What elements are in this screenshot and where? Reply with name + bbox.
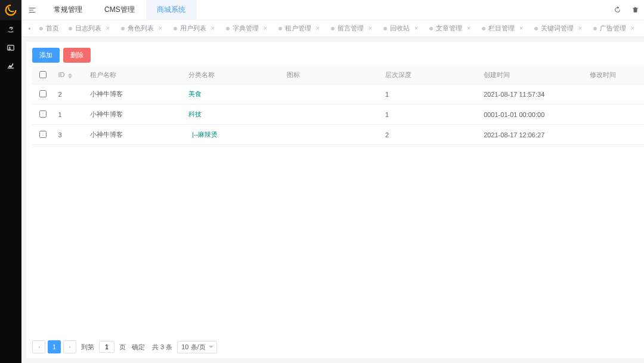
cell-icon	[282, 125, 380, 145]
close-icon[interactable]: ×	[465, 25, 472, 32]
next-page-button[interactable]	[63, 340, 76, 353]
goto-label: 到第	[81, 343, 94, 352]
row-checkbox[interactable]	[39, 131, 47, 138]
tab-dot-icon	[534, 27, 538, 30]
th-depth: 层次深度	[385, 71, 411, 78]
row-checkbox[interactable]	[39, 110, 47, 118]
tab-5[interactable]: 租户管理×	[274, 20, 326, 37]
tab-dot-icon	[226, 27, 230, 30]
toolbar: 添加 删除	[32, 48, 644, 63]
tab-6[interactable]: 留言管理×	[326, 20, 379, 37]
row-checkbox[interactable]	[39, 90, 47, 97]
category-link[interactable]: |--麻辣烫	[188, 131, 218, 138]
category-link[interactable]: 科技	[188, 110, 202, 118]
top-menu: 常规管理 CMS管理 商城系统	[43, 0, 197, 20]
cell-id: 2	[54, 84, 85, 104]
menu-toggle-icon[interactable]	[21, 6, 43, 14]
tab-1[interactable]: 日志列表×	[64, 20, 116, 37]
cell-created: 2021-08-17 11:57:34	[479, 84, 585, 104]
select-all-checkbox[interactable]	[39, 71, 47, 78]
cell-icon	[282, 84, 380, 104]
chart-icon[interactable]	[0, 57, 21, 74]
refresh-icon[interactable]	[609, 0, 627, 20]
table-row: 3小神牛博客 |--麻辣烫22021-08-17 12:06:27编辑删除	[32, 125, 644, 145]
cell-created: 0001-01-01 00:00:00	[479, 104, 585, 125]
cell-icon	[282, 104, 380, 125]
tab-10[interactable]: 关键词管理×	[530, 20, 589, 37]
tab-4[interactable]: 字典管理×	[221, 20, 274, 37]
amazon-icon[interactable]	[0, 21, 21, 38]
close-icon[interactable]: ×	[577, 25, 584, 32]
tab-scroll-left[interactable]	[24, 20, 35, 37]
tab-label: 回收站	[390, 24, 410, 33]
tab-dot-icon	[278, 27, 282, 30]
delete-icon[interactable]	[627, 0, 644, 20]
add-button[interactable]: 添加	[32, 48, 60, 63]
goto-page-input[interactable]	[99, 341, 114, 353]
tab-label: 栏目管理	[488, 24, 515, 33]
close-icon[interactable]: ×	[367, 25, 374, 32]
tab-dot-icon	[593, 27, 597, 30]
tab-0[interactable]: 首页	[35, 20, 64, 37]
tab-label: 租户管理	[285, 24, 311, 33]
delete-button[interactable]: 删除	[63, 48, 91, 63]
close-icon[interactable]: ×	[314, 25, 321, 32]
close-icon[interactable]: ×	[262, 25, 269, 32]
cell-depth: 1	[380, 84, 479, 104]
th-icon: 图标	[287, 71, 300, 78]
close-icon[interactable]: ×	[518, 25, 525, 32]
sidebar	[0, 0, 21, 363]
th-category: 分类名称	[188, 71, 215, 78]
category-link[interactable]: 美食	[188, 90, 202, 97]
svg-point-1	[9, 47, 10, 48]
tab-9[interactable]: 栏目管理×	[477, 20, 530, 37]
tab-dot-icon	[39, 27, 43, 30]
tab-3[interactable]: 用户列表×	[169, 20, 221, 37]
tab-dot-icon	[121, 27, 125, 30]
goto-confirm-button[interactable]: 确定	[132, 343, 145, 352]
close-icon[interactable]: ×	[209, 25, 216, 32]
table-row: 2小神牛博客美食12021-08-17 11:57:34编辑删除	[32, 84, 644, 104]
tab-dot-icon	[482, 27, 485, 30]
tab-dot-icon	[429, 27, 433, 30]
th-modified: 修改时间	[590, 71, 616, 78]
total-label: 共 3 条	[152, 343, 172, 352]
close-icon[interactable]: ×	[413, 25, 420, 32]
tab-dot-icon	[383, 27, 387, 30]
tab-label: 日志列表	[75, 24, 101, 33]
tab-label: 留言管理	[338, 24, 364, 33]
cell-tenant: 小神牛博客	[85, 104, 184, 125]
prev-page-button[interactable]	[32, 340, 45, 353]
tab-12[interactable]: 商品列表×	[641, 20, 644, 37]
cell-depth: 1	[380, 104, 479, 125]
close-icon[interactable]: ×	[629, 25, 636, 32]
topmenu-item-general[interactable]: 常规管理	[43, 0, 94, 20]
tab-7[interactable]: 回收站×	[379, 20, 425, 37]
tab-label: 字典管理	[233, 24, 259, 33]
th-tenant: 租户名称	[90, 71, 116, 78]
close-icon[interactable]: ×	[104, 25, 112, 32]
topmenu-item-cms[interactable]: CMS管理	[94, 0, 146, 20]
tab-2[interactable]: 角色列表×	[116, 20, 169, 37]
cell-id: 3	[54, 125, 85, 145]
tab-11[interactable]: 广告管理×	[589, 20, 641, 37]
topmenu-item-mall[interactable]: 商城系统	[146, 0, 197, 20]
cell-modified	[585, 84, 644, 104]
cell-modified	[585, 125, 644, 145]
cell-tenant: 小神牛博客	[85, 84, 184, 104]
tab-8[interactable]: 文章管理×	[425, 20, 477, 37]
tab-label: 角色列表	[128, 24, 154, 33]
table-row: 1小神牛博客科技10001-01-01 00:00:00编辑删除	[32, 104, 644, 125]
close-icon[interactable]: ×	[157, 25, 164, 32]
topbar: 常规管理 CMS管理 商城系统 小神牛博客 mhg	[21, 0, 644, 20]
tab-label: 首页	[46, 24, 59, 33]
pagesize-select[interactable]: 10 条/页	[177, 341, 216, 353]
cell-category: 美食	[184, 84, 282, 104]
page-1-button[interactable]: 1	[48, 340, 61, 353]
cell-created: 2021-08-17 12:06:27	[479, 125, 585, 145]
panel: 添加 删除 ID	[26, 42, 644, 358]
sort-icon[interactable]	[68, 73, 72, 79]
logo	[0, 0, 21, 20]
user-card-icon[interactable]	[0, 39, 21, 56]
tab-dot-icon	[331, 27, 335, 30]
